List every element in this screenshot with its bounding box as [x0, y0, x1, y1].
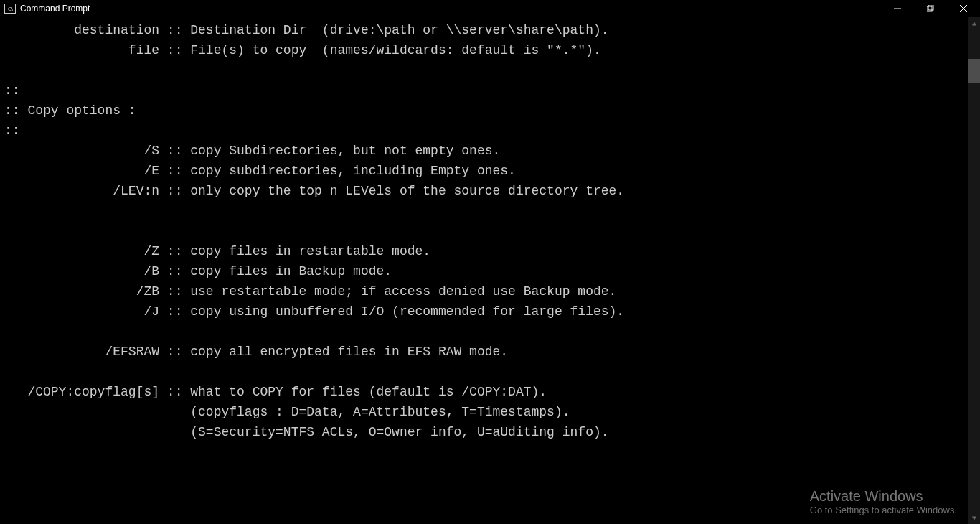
- close-button[interactable]: [947, 0, 980, 17]
- minimize-button[interactable]: [881, 0, 914, 17]
- window-controls: [881, 0, 980, 17]
- maximize-button[interactable]: [914, 0, 947, 17]
- cmd-icon: C:\: [4, 4, 16, 14]
- svg-rect-1: [927, 6, 932, 11]
- scrollbar-thumb[interactable]: [968, 59, 980, 83]
- terminal-area: destination :: Destination Dir (drive:\p…: [0, 17, 980, 524]
- window-title: Command Prompt: [20, 4, 90, 14]
- scroll-up-button[interactable]: [968, 17, 980, 29]
- title-left: C:\ Command Prompt: [4, 4, 90, 14]
- title-bar: C:\ Command Prompt: [0, 0, 980, 17]
- terminal-output[interactable]: destination :: Destination Dir (drive:\p…: [0, 17, 968, 524]
- svg-marker-5: [971, 22, 976, 25]
- svg-marker-6: [971, 516, 976, 520]
- svg-rect-2: [928, 5, 933, 10]
- scrollbar[interactable]: [968, 17, 980, 524]
- scroll-down-button[interactable]: [968, 512, 980, 524]
